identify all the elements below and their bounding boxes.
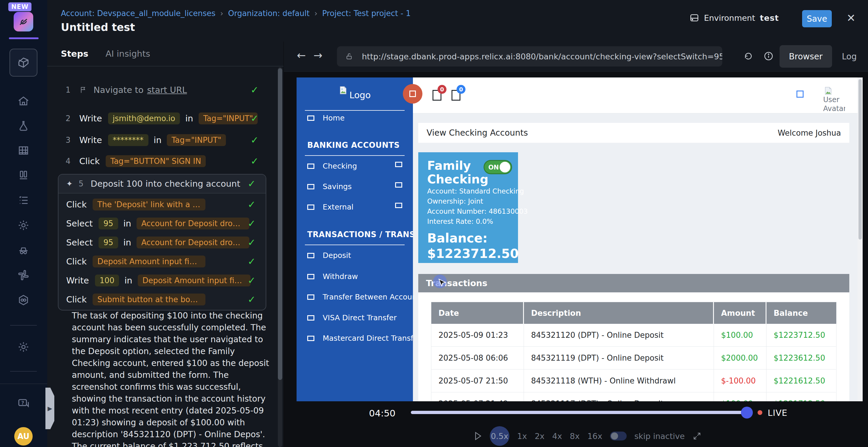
bank-viewport-scrollbar[interactable] [858,77,863,401]
steps-scrollbar-thumb[interactable] [278,68,282,380]
bank-nav-external[interactable]: External [307,203,353,211]
placeholder-icon[interactable] [395,182,402,188]
tab-log[interactable]: Log [836,45,863,68]
back-arrow-icon[interactable]: ← [297,49,306,61]
step-row-4[interactable]: 4 Click Tag="BUTTON" SIGN IN ✓ [47,153,283,169]
bank-nav-deposit[interactable]: Deposit [307,251,351,260]
cell-description: 845321120 (DPT) - Online Deposit [524,324,714,347]
placeholder-icon [307,253,314,258]
incognito-icon [17,244,30,256]
bank-nav-visa-direct-transfer[interactable]: VISA Direct Transfer [307,313,397,322]
placeholder-icon[interactable] [395,203,402,208]
rail-item-home[interactable] [17,95,30,108]
rail-item-results[interactable] [17,194,30,207]
step-group-header[interactable]: ✦ 5 Deposit 100 into checking account ✓ [59,174,266,194]
substep-row-4[interactable]: Click Deposit Amount input field ✓ [59,253,266,269]
substep-row-3[interactable]: Select 95 in Account for Deposit dropd..… [59,234,266,251]
close-icon[interactable]: ✕ [847,12,856,24]
rail-item-monitor[interactable] [17,244,30,257]
account-on-toggle[interactable]: ON [484,160,512,174]
rail-item-admin-settings[interactable] [17,341,30,353]
rail-item-suites[interactable] [17,144,30,157]
step-value-badge[interactable]: ******** [108,134,148,146]
bank-nav-transfer-between-accounts[interactable]: Transfer Between Accounts [307,293,424,301]
panel-collapse-handle[interactable]: ▶ [45,388,54,429]
forward-arrow-icon[interactable]: → [313,49,322,61]
breadcrumb-separator: › [220,9,223,18]
substep-row-2[interactable]: Select 95 in Account for Deposit dropd..… [59,216,266,231]
bank-nav-checking[interactable]: Checking [307,162,357,170]
rail-item-settings[interactable] [17,219,30,232]
step-target-badge[interactable]: Submit button at the botto... [93,293,206,306]
step-value-badge[interactable]: 100 [95,275,119,286]
speed-4x-button[interactable]: 4x [552,432,562,441]
timeline-slider[interactable] [411,411,742,414]
speed-0.5x-button[interactable]: 0.5x [490,426,509,446]
speed-16x-button[interactable]: 16x [587,432,602,441]
step-value-badge[interactable]: 95 [98,218,118,229]
bank-nav-withdraw[interactable]: Withdraw [307,272,358,281]
rail-item-api-link[interactable] [17,293,30,307]
url-field[interactable]: http://stage.dbank.prod-apps.relicx.ai:8… [337,46,722,66]
notification-icon-1[interactable]: 0 [433,90,441,101]
user-avatar[interactable]: AU [14,427,33,446]
rail-item-help-feedback[interactable]: ? [17,397,30,410]
substep-row-5[interactable]: Write 100 in Deposit Amount input field … [59,273,266,288]
step-target-badge[interactable]: Tag="INPUT" [167,134,226,146]
family-checking-card[interactable]: Family Checking ON Account: Standard Che… [418,152,518,263]
tab-ai-insights[interactable]: AI insights [105,49,150,59]
bank-user-avatar[interactable]: User Avatar [823,86,845,113]
playback-time: 04:50 [369,408,395,418]
step-target-badge[interactable]: Account for Deposit dropd... [136,236,249,249]
substep-row-6[interactable]: Click Submit button at the botto... ✓ [59,291,266,308]
cell-amount: $2000.00 [714,347,767,370]
step-target-badge[interactable]: Tag="INPUT" [198,113,258,124]
step-row-2[interactable]: 2 Write jsmith@demo.io in Tag="INPUT" ✓ [47,110,283,127]
bank-nav-savings[interactable]: Savings [307,182,352,191]
step-row-1[interactable]: 1 Navigate to start URL ✓ [47,82,283,98]
stop-recording-button[interactable] [403,84,423,104]
info-icon[interactable] [764,51,774,61]
rail-item-runs[interactable] [17,169,30,182]
step-target-badge[interactable]: Deposit Amount input field [93,256,206,267]
bank-nav-home[interactable]: Home [307,114,345,122]
placeholder-icon[interactable] [395,162,402,167]
speed-8x-button[interactable]: 8x [570,432,580,441]
cell-amount: $-100.00 [714,370,767,392]
rail-item-integrations[interactable] [17,268,30,282]
environment-selector[interactable]: Environment test [690,13,779,23]
tab-browser[interactable]: Browser [779,45,832,68]
substep-row-1[interactable]: Click The 'Deposit' link with a si... ✓ [59,196,266,213]
speed-2x-button[interactable]: 2x [535,432,545,441]
rail-item-test-builder[interactable] [9,49,37,76]
step-value-badge[interactable]: jsmith@demo.io [108,113,180,124]
skip-inactive-toggle[interactable] [610,432,627,441]
notification-icon-2[interactable]: 0 [452,90,460,101]
timeline-thumb[interactable] [741,407,753,418]
start-url-link[interactable]: start URL [147,85,187,95]
breadcrumb-account[interactable]: Account: Devspace_all_module_licenses [61,9,216,18]
step-row-3[interactable]: 3 Write ******** in Tag="INPUT" ✓ [47,132,283,149]
bank-nav-mastercard-direct-transfer[interactable]: Mastercard Direct Transfer [307,334,421,343]
breadcrumb-organization[interactable]: Organization: default [228,9,310,18]
breadcrumb-project[interactable]: Project: Test project - 1 [322,9,410,18]
bank-logo[interactable]: Logo [297,86,413,100]
rail-item-tests[interactable] [17,120,30,133]
step-target-badge[interactable]: The 'Deposit' link with a si... [93,198,206,211]
fullscreen-icon[interactable] [692,432,702,441]
speed-1x-button[interactable]: 1x [517,432,527,441]
chat-question-icon: ? [17,397,30,410]
step-target-badge[interactable]: Deposit Amount input field [138,275,251,286]
bank-toolbar-icon[interactable] [797,91,804,98]
step-value-badge[interactable]: 95 [98,236,118,249]
steps-scrollbar[interactable] [278,67,282,447]
tab-steps[interactable]: Steps [61,49,88,59]
save-button[interactable]: Save [802,10,832,27]
step-target-badge[interactable]: Tag="BUTTON" SIGN IN [106,155,206,167]
step-target-badge[interactable]: Account for Deposit dropd... [136,218,249,229]
relicx-logo[interactable] [14,12,33,31]
refresh-icon[interactable] [743,51,753,61]
bank-viewport-scrollbar-thumb[interactable] [859,79,862,240]
play-icon[interactable] [474,431,482,441]
transactions-table: Date Description Amount Balance 2025-05-… [431,302,837,401]
